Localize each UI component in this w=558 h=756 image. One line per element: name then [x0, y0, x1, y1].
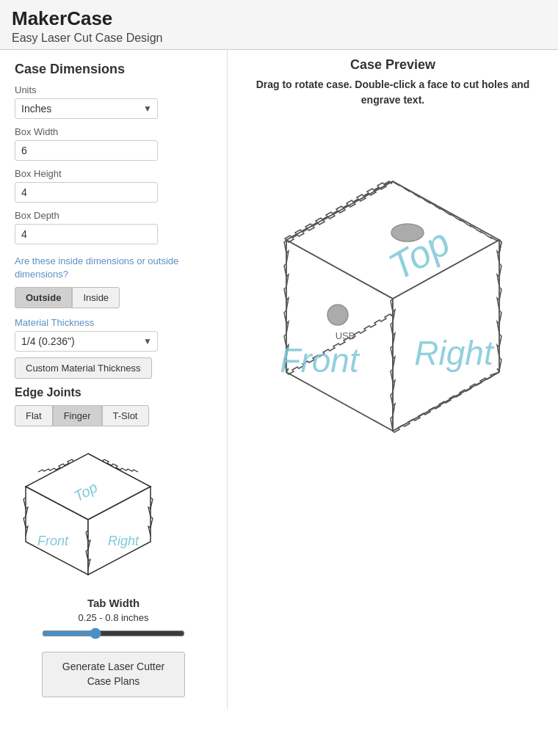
tab-width-slider-container [42, 628, 185, 641]
case-preview-area[interactable]: Top Front USB Right [239, 115, 546, 570]
left-panel: Case Dimensions Units Inches Millimeters… [0, 50, 228, 709]
svg-text:USB: USB [336, 330, 355, 341]
svg-text:Front: Front [280, 341, 360, 379]
main-layout: Case Dimensions Units Inches Millimeters… [0, 50, 558, 709]
outside-button[interactable]: Outside [15, 287, 72, 308]
svg-point-17 [327, 305, 348, 325]
svg-text:Front: Front [37, 534, 69, 548]
edge-joints-label: Edge Joints [15, 386, 212, 399]
app-header: MakerCase Easy Laser Cut Case Design [0, 0, 558, 50]
flat-joint-button[interactable]: Flat [15, 405, 53, 426]
generate-btn-line1: Generate Laser Cutter [62, 661, 164, 672]
svg-text:Right: Right [414, 334, 495, 372]
small-box-preview: Top Front Right [15, 435, 212, 589]
box-width-label: Box Width [15, 126, 212, 137]
units-label: Units [15, 84, 212, 95]
box-height-input[interactable] [15, 182, 158, 203]
case-preview-svg: Top Front USB Right [250, 137, 536, 548]
tab-width-label: Tab Width [15, 597, 212, 609]
material-thickness-label: Material Thickness [15, 317, 212, 328]
dimension-question: Are these inside dimensions or outside d… [15, 255, 212, 281]
app-subtitle: Easy Laser Cut Case Design [12, 32, 546, 45]
app-title: MakerCase [12, 7, 546, 30]
generate-btn-line2: Case Plans [87, 675, 140, 687]
svg-text:Right: Right [108, 534, 140, 548]
generate-button[interactable]: Generate Laser Cutter Case Plans [42, 652, 185, 697]
material-thickness-select-wrapper[interactable]: 1/8 (0.118") 1/4 (0.236") 3/8 (0.354") 1… [15, 331, 158, 352]
tab-width-slider[interactable] [42, 628, 185, 639]
finger-joint-button[interactable]: Finger [53, 405, 102, 426]
edge-joints-group: Flat Finger T-Slot [15, 405, 212, 426]
box-depth-input[interactable] [15, 224, 158, 244]
tslot-joint-button[interactable]: T-Slot [102, 405, 149, 426]
box-width-input[interactable] [15, 140, 158, 161]
dimension-type-group: Outside Inside [15, 287, 212, 308]
right-panel: Case Preview Drag to rotate case. Double… [228, 50, 558, 709]
box-depth-label: Box Depth [15, 210, 212, 221]
units-select[interactable]: Inches Millimeters [15, 98, 158, 119]
box-height-label: Box Height [15, 168, 212, 179]
units-select-wrapper[interactable]: Inches Millimeters ▼ [15, 98, 158, 119]
tab-width-range: 0.25 - 0.8 inches [15, 612, 212, 623]
preview-instruction: Drag to rotate case. Double-click a face… [239, 77, 546, 108]
custom-material-thickness-button[interactable]: Custom Material Thickness [15, 357, 152, 379]
case-dimensions-title: Case Dimensions [15, 62, 212, 77]
preview-title: Case Preview [239, 57, 546, 73]
small-box-svg: Top Front Right [15, 435, 162, 589]
inside-button[interactable]: Inside [72, 287, 120, 308]
material-thickness-select[interactable]: 1/8 (0.118") 1/4 (0.236") 3/8 (0.354") 1… [15, 331, 158, 352]
